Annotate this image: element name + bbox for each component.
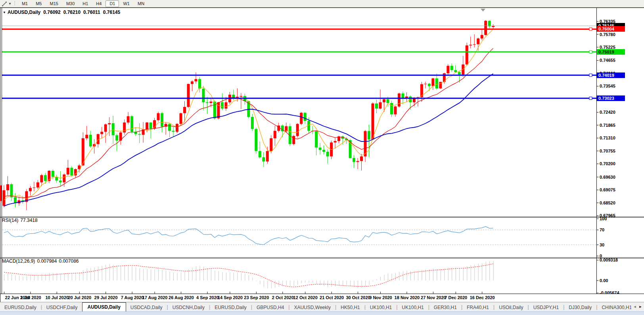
chart-tab-usdcnh-daily[interactable]: USDCNH,Daily <box>168 303 209 311</box>
candle <box>63 174 65 182</box>
timeframe-button-m30[interactable]: M30 <box>62 0 79 7</box>
chart-tabs: EURUSD,Daily|USDCHF,DailyAUDUSD,DailyUSD… <box>0 302 631 311</box>
chart-tab-usoil-daily[interactable]: USOil,Daily <box>494 303 527 311</box>
price-tick-label: 0.72420 <box>600 110 615 115</box>
candle <box>307 121 310 131</box>
timeframe-button-m1[interactable]: M1 <box>18 0 32 7</box>
candle <box>100 132 103 134</box>
chart-tab-usdchf-daily[interactable]: USDCHF,Daily <box>42 303 82 311</box>
rsi-tick-label: 100 <box>600 216 607 221</box>
chart-close-value: 0.76145 <box>103 10 120 15</box>
price-tick-label: 0.73545 <box>600 84 615 88</box>
candle <box>29 188 32 191</box>
candle <box>334 141 337 143</box>
macd-indicator-label: MACD(12,26,9)0.0079840.007086 <box>2 258 81 264</box>
moving-average-line <box>4 48 493 198</box>
candle <box>161 113 163 127</box>
chart-open-value: 0.76092 <box>43 10 60 15</box>
candle <box>319 147 322 150</box>
price-chart-canvas[interactable]: 0.763350.757800.752250.746550.741000.735… <box>0 8 644 294</box>
timeframe-button-d1[interactable]: D1 <box>105 0 119 7</box>
candle <box>89 135 92 146</box>
chart-high-value: 0.76210 <box>63 10 80 15</box>
status-strip <box>0 311 644 315</box>
macd-main-value: 0.007984 <box>37 258 57 264</box>
timeframe-button-w1[interactable]: W1 <box>119 0 134 7</box>
candle <box>157 113 160 120</box>
candle <box>372 103 374 139</box>
candle <box>315 131 318 147</box>
candle <box>213 101 216 118</box>
chart-tab-uk100-h1[interactable]: UK100,H1 <box>397 303 428 311</box>
price-tick-label: 0.74655 <box>600 58 615 63</box>
candle <box>424 84 427 84</box>
tab-scroll-left-icon[interactable]: ◄ <box>632 305 638 309</box>
candle <box>202 89 205 103</box>
candle <box>115 135 118 140</box>
chart-tab-hk50-h1[interactable]: HK50,H1 <box>336 303 364 311</box>
chart-tab-eurusd-daily[interactable]: EURUSD,Daily <box>210 303 251 311</box>
line-tool-dropdown-icon[interactable]: ▼ <box>8 2 12 6</box>
line-anchor-handle[interactable] <box>589 28 592 31</box>
timeframe-button-mn[interactable]: MN <box>134 0 148 7</box>
candle <box>0 185 2 201</box>
price-tick-label: 0.70755 <box>600 149 615 153</box>
line-anchor-handle[interactable] <box>589 97 592 100</box>
candle <box>360 157 363 161</box>
chart-collapse-icon[interactable]: ▼ <box>3 11 6 14</box>
macd-tick-label: 0.00 <box>600 278 608 283</box>
chart-tab-audusd-daily[interactable]: AUDUSD,Daily <box>82 302 126 311</box>
chart-tab-usdcad-daily[interactable]: USDCAD,Daily <box>126 303 167 311</box>
price-tick-label: 0.75780 <box>600 32 615 37</box>
chart-tab-uk100-h1[interactable]: UK100,H1 <box>366 303 396 311</box>
candle <box>262 157 265 162</box>
candle <box>33 187 35 188</box>
chart-tab-ger30-h1[interactable]: GER30,H1 <box>429 303 461 311</box>
price-tick-label: 0.68520 <box>600 200 615 205</box>
date-label: 16 Dec 2020 <box>466 295 499 300</box>
chart-tab-china300-h1[interactable]: CHINA300,H1 <box>597 303 631 311</box>
candle <box>130 116 133 132</box>
candle <box>40 175 43 182</box>
candle <box>458 72 461 74</box>
line-tool-icon[interactable] <box>1 1 8 7</box>
timeframe-button-m5[interactable]: M5 <box>32 0 46 7</box>
chart-tab-eurusd-daily[interactable]: EURUSD,Daily <box>0 303 41 311</box>
candle <box>85 135 88 138</box>
timeframe-button-h4[interactable]: H4 <box>92 0 105 7</box>
chart-tab-gbpusd-h4[interactable]: GBPUSD,H4 <box>252 303 288 311</box>
candle <box>221 102 224 109</box>
candle <box>180 113 182 124</box>
candle <box>375 103 378 109</box>
candle <box>112 123 115 135</box>
line-anchor-handle[interactable] <box>589 74 592 76</box>
chart-tab-xauusd-weekly[interactable]: XAUUSD,Weekly <box>289 303 335 311</box>
chart-shift-marker-icon <box>481 9 485 11</box>
date-axis: 22 Jun 20201 Jul 202010 Jul 202020 Jul 2… <box>0 294 644 302</box>
line-price-badge: 0.75019 <box>597 49 625 55</box>
macd-name: MACD(12,26,9) <box>2 258 35 264</box>
timeframe-button-m15[interactable]: M15 <box>46 0 62 7</box>
candle <box>251 117 254 129</box>
candle <box>454 70 457 72</box>
candle <box>176 124 178 132</box>
chart-tab-fra40-h1[interactable]: FRA40,H1 <box>462 303 493 311</box>
candle <box>209 101 212 103</box>
candle <box>206 102 209 103</box>
candle <box>198 79 201 89</box>
rsi-tick-label: 30 <box>600 242 604 247</box>
candle <box>36 182 39 187</box>
timeframe-button-h1[interactable]: H1 <box>79 0 92 7</box>
chart-tab-dj30-daily[interactable]: DJ30,Daily <box>564 303 596 311</box>
tab-scroll-right-icon[interactable]: ► <box>638 305 643 309</box>
candle <box>401 94 404 98</box>
candle <box>187 84 190 107</box>
macd-tick-label: -0.005674 <box>600 290 619 294</box>
chart-tab-usdjpy-h1[interactable]: USDJPY,H1 <box>529 303 563 311</box>
toolbar-grip[interactable] <box>14 1 15 6</box>
price-tick-label: 0.69075 <box>600 187 615 192</box>
line-anchor-handle[interactable] <box>589 51 592 53</box>
candle <box>172 131 175 132</box>
candle <box>469 45 472 46</box>
tab-scroll-buttons: ◄ ► <box>632 302 643 311</box>
